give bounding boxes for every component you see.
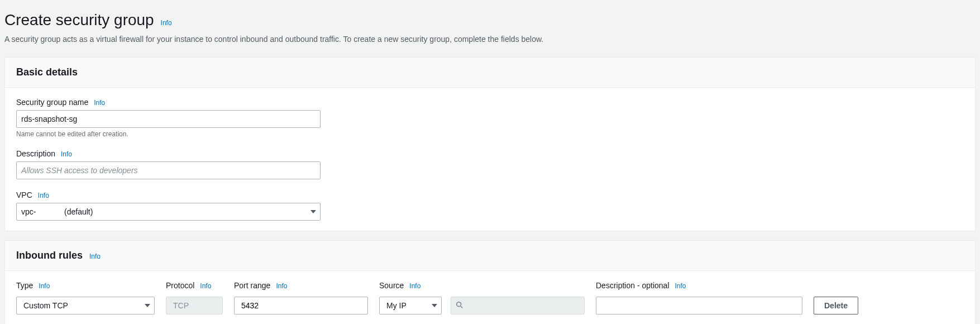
- protocol-column-label: Protocol: [166, 281, 194, 290]
- page-header: Create security group Info A security gr…: [0, 0, 980, 53]
- vpc-field: VPC Info vpc- (default): [16, 190, 964, 221]
- description-field: Description Info: [16, 149, 964, 179]
- inbound-rules-body: Type Info Protocol Info Port range Info …: [5, 271, 975, 324]
- description-input[interactable]: [16, 161, 321, 179]
- basic-details-title: Basic details: [16, 66, 78, 78]
- source-mode-value: My IP: [386, 301, 407, 310]
- source-search-box: [451, 297, 585, 315]
- type-select-value: Custom TCP: [23, 301, 68, 310]
- type-column-label: Type: [16, 281, 33, 290]
- security-group-name-field: Security group name Info Name cannot be …: [16, 98, 964, 138]
- search-icon: [456, 301, 463, 311]
- protocol-column-info-link[interactable]: Info: [200, 282, 211, 290]
- vpc-select-value: vpc- (default): [21, 207, 93, 216]
- vpc-info-link[interactable]: Info: [38, 192, 49, 199]
- delete-rule-button[interactable]: Delete: [814, 297, 858, 315]
- basic-details-panel: Basic details Security group name Info N…: [4, 57, 976, 231]
- desc-column-label: Description - optional: [596, 281, 670, 290]
- inbound-rule-row: Custom TCP TCP: [16, 297, 964, 315]
- protocol-input-disabled: TCP: [166, 297, 223, 315]
- page-title-info-link[interactable]: Info: [161, 19, 172, 27]
- svg-point-0: [457, 302, 461, 306]
- security-group-name-helper: Name cannot be edited after creation.: [16, 130, 964, 138]
- page-title: Create security group: [4, 11, 154, 28]
- page-description: A security group acts as a virtual firew…: [4, 35, 976, 44]
- inbound-rules-header: Inbound rules Info: [5, 241, 975, 271]
- source-column-info-link[interactable]: Info: [409, 282, 420, 290]
- rule-description-input[interactable]: [596, 297, 802, 315]
- vpc-select[interactable]: vpc- (default): [16, 203, 321, 221]
- desc-column-info-link[interactable]: Info: [675, 282, 686, 290]
- inbound-column-headers: Type Info Protocol Info Port range Info …: [16, 281, 964, 293]
- inbound-rules-title: Inbound rules: [16, 250, 83, 261]
- port-column-info-link[interactable]: Info: [276, 282, 287, 290]
- source-column-label: Source: [379, 281, 404, 290]
- type-select[interactable]: Custom TCP: [16, 297, 155, 315]
- description-label: Description: [16, 149, 55, 158]
- basic-details-body: Security group name Info Name cannot be …: [5, 88, 975, 231]
- svg-line-1: [461, 306, 462, 308]
- port-range-input[interactable]: [234, 297, 368, 315]
- type-column-info-link[interactable]: Info: [39, 282, 50, 290]
- port-column-label: Port range: [234, 281, 270, 290]
- basic-details-header: Basic details: [5, 58, 975, 88]
- vpc-label: VPC: [16, 190, 32, 199]
- description-info-link[interactable]: Info: [61, 150, 72, 158]
- inbound-rules-info-link[interactable]: Info: [89, 252, 101, 260]
- source-mode-select[interactable]: My IP: [379, 297, 442, 315]
- security-group-name-label: Security group name: [16, 98, 88, 107]
- security-group-name-info-link[interactable]: Info: [94, 99, 105, 107]
- protocol-value: TCP: [173, 301, 189, 310]
- security-group-name-input[interactable]: [16, 110, 321, 128]
- inbound-rules-panel: Inbound rules Info Type Info Protocol In…: [4, 240, 976, 324]
